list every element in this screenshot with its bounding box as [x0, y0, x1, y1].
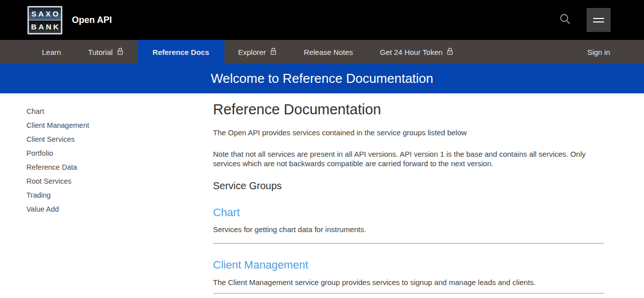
sidebar-item-reference-data[interactable]: Reference Data — [26, 160, 213, 174]
main-navbar: Learn Tutorial Reference Docs Explorer R… — [0, 40, 644, 64]
note-paragraph: Note that not all services are present i… — [213, 149, 604, 168]
page-banner: Welcome to Reference Documentation — [0, 64, 644, 93]
sidebar-item-value-add[interactable]: Value Add — [26, 202, 213, 216]
top-header: SAXO BANK Open API — [0, 0, 644, 40]
nav-item-release-notes[interactable]: Release Notes — [290, 40, 366, 64]
hamburger-icon — [593, 21, 604, 22]
divider — [213, 293, 604, 294]
service-groups-heading: Service Groups — [213, 180, 604, 192]
service-group-description: The Client Management service group prov… — [213, 278, 604, 287]
hamburger-icon — [593, 18, 604, 19]
nav-item-tutorial[interactable]: Tutorial — [74, 40, 137, 64]
logo-bottom-half: BANK — [29, 20, 61, 33]
saxo-bank-logo[interactable]: SAXO BANK — [27, 6, 62, 34]
sidebar-item-client-management[interactable]: Client Management — [26, 118, 213, 132]
nav-label: Release Notes — [304, 48, 353, 56]
service-group-client-management: Client Management The Client Management … — [213, 244, 604, 294]
nav-label: Tutorial — [88, 48, 112, 56]
search-icon — [559, 13, 572, 27]
logo-line2: BANK — [29, 22, 60, 31]
logo-top-half: SAXO — [29, 7, 61, 20]
service-group-description: Services for getting chart data for inst… — [213, 225, 604, 234]
nav-label: Reference Docs — [153, 48, 209, 56]
nav-item-explorer[interactable]: Explorer — [224, 40, 290, 64]
search-button[interactable] — [557, 11, 574, 28]
service-group-link-chart[interactable]: Chart — [213, 206, 240, 219]
lock-icon — [117, 47, 124, 55]
lock-icon — [446, 47, 453, 55]
nav-item-reference-docs[interactable]: Reference Docs — [137, 40, 224, 64]
sidebar: Chart Client Management Client Services … — [0, 93, 213, 294]
sign-in-button[interactable]: Sign in — [587, 40, 610, 64]
sign-in-label: Sign in — [587, 48, 610, 56]
nav-item-get-24-hour-token[interactable]: Get 24 Hour Token — [366, 40, 467, 64]
nav-label: Learn — [42, 48, 61, 56]
content-area: Chart Client Management Client Services … — [0, 93, 644, 294]
sidebar-item-client-services[interactable]: Client Services — [26, 132, 213, 146]
lock-icon — [270, 47, 277, 55]
banner-title: Welcome to Reference Documentation — [211, 71, 433, 86]
sidebar-item-portfolio[interactable]: Portfolio — [26, 146, 213, 160]
nav-label: Get 24 Hour Token — [380, 48, 442, 56]
sidebar-item-trading[interactable]: Trading — [26, 188, 213, 202]
intro-paragraph: The Open API provides services contained… — [213, 128, 604, 137]
main-content: Reference Documentation The Open API pro… — [213, 93, 644, 294]
page-title: Reference Documentation — [213, 101, 604, 118]
app-title: Open API — [72, 15, 112, 25]
sidebar-item-root-services[interactable]: Root Services — [26, 174, 213, 188]
nav-item-learn[interactable]: Learn — [28, 40, 74, 64]
hamburger-menu-button[interactable] — [587, 8, 611, 32]
service-group-link-client-management[interactable]: Client Management — [213, 259, 308, 272]
logo-line1: SAXO — [29, 9, 61, 18]
service-group-chart: Chart Services for getting chart data fo… — [213, 192, 604, 244]
nav-label: Explorer — [238, 48, 266, 56]
sidebar-item-chart[interactable]: Chart — [26, 104, 213, 118]
